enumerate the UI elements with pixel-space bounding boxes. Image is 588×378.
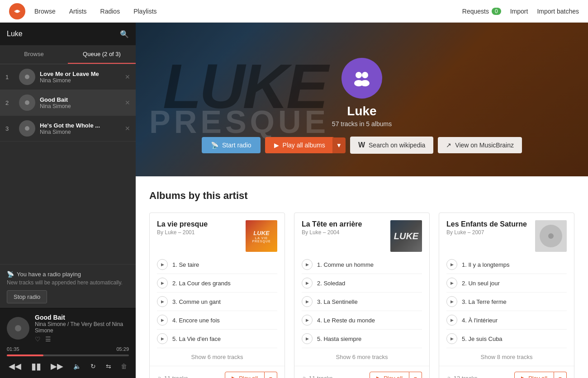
tab-browse[interactable]: Browse: [0, 45, 68, 64]
albums-grid: La vie presque By Luke – 2001 LUKE LA VI…: [149, 213, 574, 378]
svg-point-2: [362, 72, 368, 78]
album-card-header: Les Enfants de Saturne By Luke – 2007: [439, 213, 574, 255]
album-by: By Luke – 2004: [302, 229, 390, 236]
album-play-button-2[interactable]: ▶ Play all: [370, 372, 409, 378]
nav-playlists[interactable]: Playlists: [133, 8, 156, 15]
track-item: ▶ 5. Je suis Cuba: [446, 330, 567, 348]
track-play-button[interactable]: ▶: [157, 333, 168, 344]
search-icon-button[interactable]: 🔍: [120, 30, 129, 38]
queue-artist: Nina Simone: [40, 77, 125, 84]
show-more-link-3[interactable]: Show 8 more tracks: [439, 348, 574, 366]
music-note-icon: ♫: [302, 375, 306, 378]
track-play-button[interactable]: ▶: [157, 278, 168, 288]
import-batches-button[interactable]: Import batches: [537, 8, 579, 15]
track-play-button[interactable]: ▶: [302, 333, 313, 344]
play-all-albums-button[interactable]: ▶ Play all albums: [265, 137, 334, 153]
queue-delete-button[interactable]: ✕: [125, 99, 130, 106]
album-thumbnail-1: LUKE LA VIE PRESQUE: [246, 220, 277, 252]
track-name: 4. Le Reste du monde: [317, 317, 422, 324]
next-button[interactable]: ▶▶: [49, 359, 65, 373]
import-button[interactable]: Import: [510, 8, 528, 15]
track-play-button[interactable]: ▶: [157, 259, 168, 270]
queue-num: 2: [5, 99, 14, 106]
track-item: ▶ 1. Il y a longtemps: [446, 255, 567, 274]
start-radio-button[interactable]: 📡 Start radio: [202, 137, 261, 153]
queue-num: 1: [5, 74, 14, 80]
track-name: 2. Soledad: [317, 280, 422, 287]
nav-radios[interactable]: Radios: [100, 8, 120, 15]
album-card-3: Les Enfants de Saturne By Luke – 2007: [439, 213, 574, 378]
search-wikipedia-button[interactable]: W Search on wikipedia: [350, 137, 433, 154]
show-more-link-1[interactable]: Show 6 more tracks: [150, 348, 285, 366]
tab-queue[interactable]: Queue (2 of 3): [68, 45, 136, 64]
track-name: 5. Hasta siempre: [317, 335, 422, 342]
show-more-link-2[interactable]: Show 6 more tracks: [294, 348, 429, 366]
album-play-buttons: ▶ Play all ▼: [370, 372, 422, 378]
album-play-caret-2[interactable]: ▼: [409, 372, 422, 378]
search-icon: 🔍: [120, 30, 129, 38]
track-item: ▶ 3. Comme un gant: [157, 293, 277, 311]
volume-button[interactable]: 🔈: [71, 361, 83, 372]
album-card-header: La Tête en arrière By Luke – 2004 LUKE: [294, 213, 429, 255]
queue-item-3[interactable]: 3 He's Got the Whole ... Nina Simone ✕: [0, 116, 136, 142]
track-list-2: ▶ 1. Comme un homme ▶ 2. Soledad ▶ 3. La…: [294, 255, 429, 348]
track-play-button[interactable]: ▶: [446, 333, 457, 344]
track-play-button[interactable]: ▶: [302, 259, 313, 270]
queue-thumb: [19, 69, 35, 85]
track-play-button[interactable]: ▶: [446, 278, 457, 288]
nav-browse[interactable]: Browse: [34, 8, 56, 15]
album-play-button-3[interactable]: ▶ Play all: [514, 372, 554, 378]
track-item: ▶ 1. Se taire: [157, 255, 277, 274]
player-times: 01:35 05:29: [7, 346, 129, 352]
track-name: 3. La Sentinelle: [317, 298, 422, 305]
queue-title: He's Got the Whole ...: [40, 122, 125, 129]
track-item: ▶ 4. À l'intérieur: [446, 311, 567, 330]
album-play-caret-1[interactable]: ▼: [265, 372, 277, 378]
clear-queue-button[interactable]: 🗑: [119, 361, 129, 372]
queue-info: Love Me or Leave Me Nina Simone: [40, 71, 125, 84]
track-name: 5. Je suis Cuba: [462, 335, 567, 342]
queue-item-1[interactable]: 1 Love Me or Leave Me Nina Simone ✕: [0, 64, 136, 90]
pause-button[interactable]: ▮▮: [29, 359, 43, 373]
track-play-button[interactable]: ▶: [446, 315, 457, 326]
track-item: ▶ 4. Le Reste du monde: [302, 311, 422, 330]
prev-button[interactable]: ◀◀: [7, 359, 23, 373]
player: Good Bait Nina Simone / The Very Best of…: [0, 308, 136, 378]
app-logo[interactable]: [9, 3, 25, 19]
play-all-albums-caret[interactable]: ▼: [332, 137, 346, 153]
player-title: Good Bait: [35, 314, 129, 321]
track-play-button[interactable]: ▶: [302, 315, 313, 326]
track-play-button[interactable]: ▶: [302, 296, 313, 307]
queue-delete-button[interactable]: ✕: [125, 73, 130, 80]
album-play-button-1[interactable]: ▶ Play all: [225, 372, 265, 378]
track-play-button[interactable]: ▶: [302, 278, 313, 288]
stop-radio-button[interactable]: Stop radio: [7, 290, 47, 303]
sidebar-header: 🔍: [0, 23, 136, 45]
repeat-button[interactable]: ↻: [89, 361, 98, 372]
albums-title: Albums by this artist: [149, 190, 574, 202]
track-play-button[interactable]: ▶: [446, 296, 457, 307]
wifi-icon: 📡: [7, 271, 14, 278]
shuffle-button[interactable]: ⇆: [104, 361, 113, 372]
top-navigation: Browse Artists Radios Playlists Requests…: [0, 0, 588, 23]
track-play-button[interactable]: ▶: [446, 259, 457, 270]
queue-thumb: [19, 120, 35, 137]
queue-delete-button[interactable]: ✕: [125, 125, 130, 132]
player-progress-bar[interactable]: [7, 354, 129, 356]
playlist-icon[interactable]: ☰: [45, 335, 51, 343]
track-play-button[interactable]: ▶: [157, 315, 168, 326]
view-musicbrainz-button[interactable]: ↗ View on MusicBrainz: [438, 137, 522, 153]
requests-button[interactable]: Requests 0: [462, 8, 501, 15]
radio-notice-text: New tracks will be appended here automat…: [7, 279, 129, 286]
current-time: 01:35: [7, 346, 19, 352]
nav-artists[interactable]: Artists: [69, 8, 87, 15]
queue-info: Good Bait Nina Simone: [40, 96, 125, 109]
track-play-button[interactable]: ▶: [157, 296, 168, 307]
search-input[interactable]: [7, 30, 120, 38]
queue-info: He's Got the Whole ... Nina Simone: [40, 122, 125, 135]
album-play-caret-3[interactable]: ▼: [554, 372, 567, 378]
queue-item-2[interactable]: 2 Good Bait Nina Simone ✕: [0, 90, 136, 116]
heart-icon[interactable]: ♡: [35, 335, 41, 343]
album-title: La Tête en arrière: [302, 220, 390, 228]
track-name: 3. Comme un gant: [172, 298, 277, 305]
